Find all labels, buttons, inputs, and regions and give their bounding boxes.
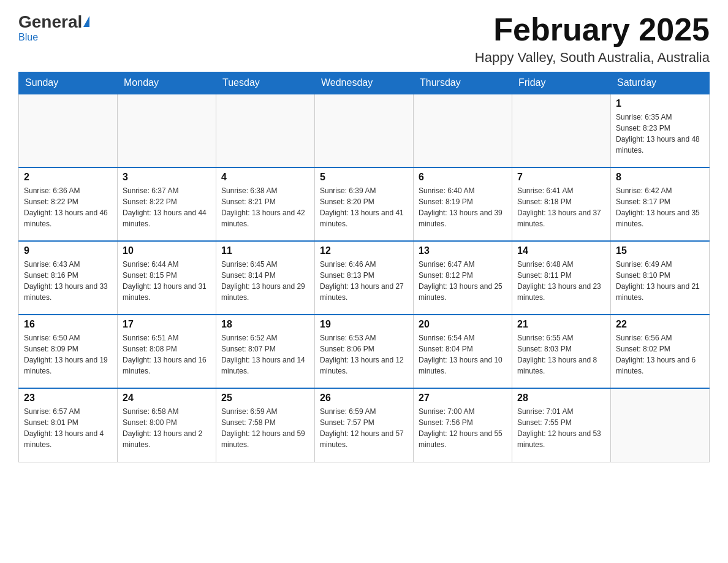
- title-block: February 2025 Happy Valley, South Austra…: [475, 12, 710, 66]
- day-info: Sunrise: 6:36 AMSunset: 8:22 PMDaylight:…: [24, 185, 112, 229]
- day-info: Sunrise: 6:59 AMSunset: 7:58 PMDaylight:…: [221, 406, 309, 450]
- day-info: Sunrise: 6:53 AMSunset: 8:06 PMDaylight:…: [320, 332, 408, 377]
- calendar-week-row: 9Sunrise: 6:43 AMSunset: 8:16 PMDaylight…: [19, 241, 710, 315]
- calendar-cell: [315, 94, 414, 167]
- day-info: Sunrise: 6:46 AMSunset: 8:13 PMDaylight:…: [320, 259, 408, 303]
- day-info: Sunrise: 6:47 AMSunset: 8:12 PMDaylight:…: [419, 259, 507, 303]
- calendar-header-row: SundayMondayTuesdayWednesdayThursdayFrid…: [19, 72, 710, 94]
- calendar-cell: 22Sunrise: 6:56 AMSunset: 8:02 PMDayligh…: [611, 315, 710, 388]
- calendar-cell: 20Sunrise: 6:54 AMSunset: 8:04 PMDayligh…: [414, 315, 512, 388]
- day-info: Sunrise: 6:57 AMSunset: 8:01 PMDaylight:…: [24, 406, 112, 450]
- day-number: 5: [320, 172, 408, 183]
- calendar-cell: [216, 94, 315, 167]
- day-number: 6: [419, 172, 507, 183]
- calendar-cell: 3Sunrise: 6:37 AMSunset: 8:22 PMDaylight…: [118, 167, 216, 241]
- day-number: 27: [419, 393, 507, 404]
- weekday-header-friday: Friday: [512, 72, 611, 94]
- calendar-cell: 13Sunrise: 6:47 AMSunset: 8:12 PMDayligh…: [414, 241, 512, 315]
- logo-blue-text: Blue: [18, 32, 38, 43]
- calendar-cell: 25Sunrise: 6:59 AMSunset: 7:58 PMDayligh…: [216, 388, 315, 462]
- day-number: 16: [24, 319, 112, 330]
- calendar-cell: 12Sunrise: 6:46 AMSunset: 8:13 PMDayligh…: [315, 241, 414, 315]
- day-info: Sunrise: 6:58 AMSunset: 8:00 PMDaylight:…: [123, 406, 211, 450]
- day-number: 15: [616, 245, 704, 256]
- day-info: Sunrise: 6:50 AMSunset: 8:09 PMDaylight:…: [24, 332, 112, 377]
- calendar-cell: [512, 94, 611, 167]
- calendar-cell: 26Sunrise: 6:59 AMSunset: 7:57 PMDayligh…: [315, 388, 414, 462]
- day-number: 25: [221, 393, 309, 404]
- day-number: 1: [616, 98, 704, 109]
- calendar-cell: 14Sunrise: 6:48 AMSunset: 8:11 PMDayligh…: [512, 241, 611, 315]
- calendar-cell: 17Sunrise: 6:51 AMSunset: 8:08 PMDayligh…: [118, 315, 216, 388]
- logo-general-text: General: [18, 12, 82, 32]
- day-number: 11: [221, 245, 309, 256]
- day-number: 10: [123, 245, 211, 256]
- calendar-cell: 28Sunrise: 7:01 AMSunset: 7:55 PMDayligh…: [512, 388, 611, 462]
- calendar-table: SundayMondayTuesdayWednesdayThursdayFrid…: [18, 72, 710, 462]
- day-info: Sunrise: 6:38 AMSunset: 8:21 PMDaylight:…: [221, 185, 309, 229]
- calendar-cell: 23Sunrise: 6:57 AMSunset: 8:01 PMDayligh…: [19, 388, 118, 462]
- day-number: 26: [320, 393, 408, 404]
- weekday-header-saturday: Saturday: [611, 72, 710, 94]
- day-info: Sunrise: 6:48 AMSunset: 8:11 PMDaylight:…: [517, 259, 605, 303]
- location-subtitle: Happy Valley, South Australia, Australia: [475, 50, 710, 66]
- calendar-cell: [611, 388, 710, 462]
- month-title: February 2025: [475, 12, 710, 47]
- day-number: 4: [221, 172, 309, 183]
- day-number: 2: [24, 172, 112, 183]
- day-info: Sunrise: 6:37 AMSunset: 8:22 PMDaylight:…: [123, 185, 211, 229]
- day-info: Sunrise: 6:45 AMSunset: 8:14 PMDaylight:…: [221, 259, 309, 303]
- day-number: 9: [24, 245, 112, 256]
- calendar-week-row: 1Sunrise: 6:35 AMSunset: 8:23 PMDaylight…: [19, 94, 710, 167]
- calendar-cell: [19, 94, 118, 167]
- day-number: 12: [320, 245, 408, 256]
- day-info: Sunrise: 6:52 AMSunset: 8:07 PMDaylight:…: [221, 332, 309, 377]
- day-info: Sunrise: 6:54 AMSunset: 8:04 PMDaylight:…: [419, 332, 507, 377]
- day-info: Sunrise: 7:00 AMSunset: 7:56 PMDaylight:…: [419, 406, 507, 450]
- day-number: 8: [616, 172, 704, 183]
- page-header: General Blue February 2025 Happy Valley,…: [18, 12, 710, 66]
- day-number: 7: [517, 172, 605, 183]
- weekday-header-thursday: Thursday: [414, 72, 512, 94]
- day-number: 28: [517, 393, 605, 404]
- day-info: Sunrise: 6:41 AMSunset: 8:18 PMDaylight:…: [517, 185, 605, 229]
- calendar-cell: 8Sunrise: 6:42 AMSunset: 8:17 PMDaylight…: [611, 167, 710, 241]
- calendar-cell: 16Sunrise: 6:50 AMSunset: 8:09 PMDayligh…: [19, 315, 118, 388]
- calendar-cell: 21Sunrise: 6:55 AMSunset: 8:03 PMDayligh…: [512, 315, 611, 388]
- calendar-cell: 27Sunrise: 7:00 AMSunset: 7:56 PMDayligh…: [414, 388, 512, 462]
- day-info: Sunrise: 7:01 AMSunset: 7:55 PMDaylight:…: [517, 406, 605, 450]
- day-info: Sunrise: 6:42 AMSunset: 8:17 PMDaylight:…: [616, 185, 704, 229]
- day-number: 20: [419, 319, 507, 330]
- calendar-cell: 2Sunrise: 6:36 AMSunset: 8:22 PMDaylight…: [19, 167, 118, 241]
- day-number: 13: [419, 245, 507, 256]
- day-number: 24: [123, 393, 211, 404]
- day-info: Sunrise: 6:59 AMSunset: 7:57 PMDaylight:…: [320, 406, 408, 450]
- calendar-cell: 9Sunrise: 6:43 AMSunset: 8:16 PMDaylight…: [19, 241, 118, 315]
- day-info: Sunrise: 6:43 AMSunset: 8:16 PMDaylight:…: [24, 259, 112, 303]
- calendar-cell: 1Sunrise: 6:35 AMSunset: 8:23 PMDaylight…: [611, 94, 710, 167]
- day-number: 14: [517, 245, 605, 256]
- day-info: Sunrise: 6:35 AMSunset: 8:23 PMDaylight:…: [616, 112, 704, 156]
- calendar-week-row: 23Sunrise: 6:57 AMSunset: 8:01 PMDayligh…: [19, 388, 710, 462]
- calendar-cell: [118, 94, 216, 167]
- logo-triangle-icon: [83, 16, 89, 27]
- day-info: Sunrise: 6:40 AMSunset: 8:19 PMDaylight:…: [419, 185, 507, 229]
- day-number: 18: [221, 319, 309, 330]
- weekday-header-sunday: Sunday: [19, 72, 118, 94]
- calendar-cell: 18Sunrise: 6:52 AMSunset: 8:07 PMDayligh…: [216, 315, 315, 388]
- calendar-cell: 7Sunrise: 6:41 AMSunset: 8:18 PMDaylight…: [512, 167, 611, 241]
- day-info: Sunrise: 6:51 AMSunset: 8:08 PMDaylight:…: [123, 332, 211, 377]
- calendar-cell: 4Sunrise: 6:38 AMSunset: 8:21 PMDaylight…: [216, 167, 315, 241]
- day-number: 17: [123, 319, 211, 330]
- weekday-header-wednesday: Wednesday: [315, 72, 414, 94]
- calendar-cell: 24Sunrise: 6:58 AMSunset: 8:00 PMDayligh…: [118, 388, 216, 462]
- day-number: 21: [517, 319, 605, 330]
- calendar-cell: 10Sunrise: 6:44 AMSunset: 8:15 PMDayligh…: [118, 241, 216, 315]
- day-info: Sunrise: 6:39 AMSunset: 8:20 PMDaylight:…: [320, 185, 408, 229]
- calendar-week-row: 16Sunrise: 6:50 AMSunset: 8:09 PMDayligh…: [19, 315, 710, 388]
- calendar-cell: 15Sunrise: 6:49 AMSunset: 8:10 PMDayligh…: [611, 241, 710, 315]
- day-info: Sunrise: 6:56 AMSunset: 8:02 PMDaylight:…: [616, 332, 704, 377]
- calendar-cell: 19Sunrise: 6:53 AMSunset: 8:06 PMDayligh…: [315, 315, 414, 388]
- calendar-cell: 11Sunrise: 6:45 AMSunset: 8:14 PMDayligh…: [216, 241, 315, 315]
- calendar-week-row: 2Sunrise: 6:36 AMSunset: 8:22 PMDaylight…: [19, 167, 710, 241]
